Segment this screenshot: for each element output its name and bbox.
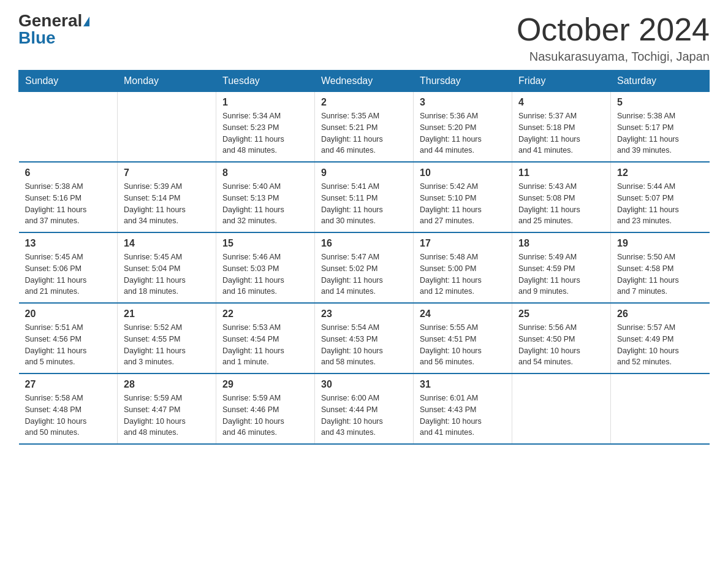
day-number: 11 <box>518 167 604 178</box>
day-number: 31 <box>420 379 506 390</box>
calendar-cell: 17Sunrise: 5:48 AM Sunset: 5:00 PM Dayli… <box>414 232 512 303</box>
calendar-cell: 25Sunrise: 5:56 AM Sunset: 4:50 PM Dayli… <box>512 303 611 373</box>
calendar-cell: 4Sunrise: 5:37 AM Sunset: 5:18 PM Daylig… <box>512 92 611 163</box>
day-info: Sunrise: 5:52 AM Sunset: 4:55 PM Dayligh… <box>124 322 210 368</box>
day-number: 28 <box>124 379 210 390</box>
day-info: Sunrise: 5:36 AM Sunset: 5:20 PM Dayligh… <box>420 110 506 156</box>
calendar-cell: 23Sunrise: 5:54 AM Sunset: 4:53 PM Dayli… <box>315 303 414 373</box>
logo-general-text: General <box>18 11 82 30</box>
day-info: Sunrise: 5:49 AM Sunset: 4:59 PM Dayligh… <box>518 251 604 297</box>
day-info: Sunrise: 5:57 AM Sunset: 4:49 PM Dayligh… <box>617 322 703 368</box>
col-thursday: Thursday <box>414 71 512 92</box>
day-number: 16 <box>321 238 407 249</box>
day-info: Sunrise: 5:51 AM Sunset: 4:56 PM Dayligh… <box>25 322 112 368</box>
calendar-table: Sunday Monday Tuesday Wednesday Thursday… <box>18 70 710 445</box>
calendar-cell: 10Sunrise: 5:42 AM Sunset: 5:10 PM Dayli… <box>414 162 512 232</box>
day-number: 9 <box>321 167 407 178</box>
calendar-cell: 19Sunrise: 5:50 AM Sunset: 4:58 PM Dayli… <box>611 232 710 303</box>
day-info: Sunrise: 5:43 AM Sunset: 5:08 PM Dayligh… <box>518 181 604 227</box>
day-number: 27 <box>25 379 112 390</box>
calendar-cell: 18Sunrise: 5:49 AM Sunset: 4:59 PM Dayli… <box>512 232 611 303</box>
day-info: Sunrise: 5:50 AM Sunset: 4:58 PM Dayligh… <box>617 251 703 297</box>
calendar-cell: 7Sunrise: 5:39 AM Sunset: 5:14 PM Daylig… <box>118 162 216 232</box>
calendar-cell: 24Sunrise: 5:55 AM Sunset: 4:51 PM Dayli… <box>414 303 512 373</box>
calendar-cell: 6Sunrise: 5:38 AM Sunset: 5:16 PM Daylig… <box>19 162 118 232</box>
day-info: Sunrise: 5:54 AM Sunset: 4:53 PM Dayligh… <box>321 322 407 368</box>
day-info: Sunrise: 6:00 AM Sunset: 4:44 PM Dayligh… <box>321 393 407 439</box>
calendar-cell: 16Sunrise: 5:47 AM Sunset: 5:02 PM Dayli… <box>315 232 414 303</box>
day-number: 2 <box>321 97 407 108</box>
day-number: 17 <box>420 238 506 249</box>
logo-blue-text: Blue <box>18 29 56 47</box>
calendar-cell <box>118 92 216 163</box>
day-number: 21 <box>124 308 210 320</box>
day-info: Sunrise: 5:38 AM Sunset: 5:17 PM Dayligh… <box>617 110 703 156</box>
logo-general-line: General <box>18 12 89 29</box>
calendar-cell: 12Sunrise: 5:44 AM Sunset: 5:07 PM Dayli… <box>611 162 710 232</box>
calendar-cell: 14Sunrise: 5:45 AM Sunset: 5:04 PM Dayli… <box>118 232 216 303</box>
day-number: 30 <box>321 379 407 390</box>
day-info: Sunrise: 5:59 AM Sunset: 4:47 PM Dayligh… <box>124 393 210 439</box>
calendar-cell: 8Sunrise: 5:40 AM Sunset: 5:13 PM Daylig… <box>216 162 315 232</box>
day-number: 1 <box>222 97 308 108</box>
day-number: 22 <box>222 308 308 320</box>
calendar-week-1: 6Sunrise: 5:38 AM Sunset: 5:16 PM Daylig… <box>19 162 710 232</box>
day-number: 6 <box>25 167 112 178</box>
day-number: 8 <box>222 167 308 178</box>
day-number: 13 <box>25 238 112 249</box>
title-block: October 2024 Nasukarasuyama, Tochigi, Ja… <box>517 12 710 64</box>
calendar-cell: 21Sunrise: 5:52 AM Sunset: 4:55 PM Dayli… <box>118 303 216 373</box>
day-number: 14 <box>124 238 210 249</box>
calendar-cell: 27Sunrise: 5:58 AM Sunset: 4:48 PM Dayli… <box>19 373 118 444</box>
day-info: Sunrise: 5:44 AM Sunset: 5:07 PM Dayligh… <box>617 181 703 227</box>
day-number: 15 <box>222 238 308 249</box>
day-number: 29 <box>222 379 308 390</box>
calendar-cell: 22Sunrise: 5:53 AM Sunset: 4:54 PM Dayli… <box>216 303 315 373</box>
day-info: Sunrise: 5:42 AM Sunset: 5:10 PM Dayligh… <box>420 181 506 227</box>
day-info: Sunrise: 5:53 AM Sunset: 4:54 PM Dayligh… <box>222 322 308 368</box>
day-info: Sunrise: 5:35 AM Sunset: 5:21 PM Dayligh… <box>321 110 407 156</box>
calendar-body: 1Sunrise: 5:34 AM Sunset: 5:23 PM Daylig… <box>19 92 710 445</box>
calendar-cell: 15Sunrise: 5:46 AM Sunset: 5:03 PM Dayli… <box>216 232 315 303</box>
day-number: 3 <box>420 97 506 108</box>
day-info: Sunrise: 5:37 AM Sunset: 5:18 PM Dayligh… <box>518 110 604 156</box>
calendar-cell: 20Sunrise: 5:51 AM Sunset: 4:56 PM Dayli… <box>19 303 118 373</box>
day-number: 18 <box>518 238 604 249</box>
calendar-cell: 2Sunrise: 5:35 AM Sunset: 5:21 PM Daylig… <box>315 92 414 163</box>
calendar-cell: 1Sunrise: 5:34 AM Sunset: 5:23 PM Daylig… <box>216 92 315 163</box>
day-number: 19 <box>617 238 703 249</box>
calendar-header: Sunday Monday Tuesday Wednesday Thursday… <box>19 71 710 92</box>
day-info: Sunrise: 5:48 AM Sunset: 5:00 PM Dayligh… <box>420 251 506 297</box>
calendar-cell <box>512 373 611 444</box>
day-number: 23 <box>321 308 407 320</box>
col-wednesday: Wednesday <box>315 71 414 92</box>
day-info: Sunrise: 5:45 AM Sunset: 5:06 PM Dayligh… <box>25 251 112 297</box>
calendar-cell: 29Sunrise: 5:59 AM Sunset: 4:46 PM Dayli… <box>216 373 315 444</box>
col-tuesday: Tuesday <box>216 71 315 92</box>
day-number: 4 <box>518 97 604 108</box>
calendar-cell <box>611 373 710 444</box>
day-info: Sunrise: 5:41 AM Sunset: 5:11 PM Dayligh… <box>321 181 407 227</box>
calendar-week-0: 1Sunrise: 5:34 AM Sunset: 5:23 PM Daylig… <box>19 92 710 163</box>
day-info: Sunrise: 6:01 AM Sunset: 4:43 PM Dayligh… <box>420 393 506 439</box>
day-info: Sunrise: 5:34 AM Sunset: 5:23 PM Dayligh… <box>222 110 308 156</box>
day-info: Sunrise: 5:45 AM Sunset: 5:04 PM Dayligh… <box>124 251 210 297</box>
calendar-cell: 5Sunrise: 5:38 AM Sunset: 5:17 PM Daylig… <box>611 92 710 163</box>
day-number: 12 <box>617 167 703 178</box>
day-info: Sunrise: 5:59 AM Sunset: 4:46 PM Dayligh… <box>222 393 308 439</box>
calendar-cell: 26Sunrise: 5:57 AM Sunset: 4:49 PM Dayli… <box>611 303 710 373</box>
day-number: 25 <box>518 308 604 320</box>
calendar-cell: 9Sunrise: 5:41 AM Sunset: 5:11 PM Daylig… <box>315 162 414 232</box>
logo: General Blue <box>18 12 89 47</box>
logo-triangle-icon <box>83 17 89 26</box>
calendar-cell <box>19 92 118 163</box>
day-info: Sunrise: 5:46 AM Sunset: 5:03 PM Dayligh… <box>222 251 308 297</box>
day-number: 20 <box>25 308 112 320</box>
day-number: 7 <box>124 167 210 178</box>
day-info: Sunrise: 5:38 AM Sunset: 5:16 PM Dayligh… <box>25 181 112 227</box>
calendar-cell: 30Sunrise: 6:00 AM Sunset: 4:44 PM Dayli… <box>315 373 414 444</box>
day-info: Sunrise: 5:39 AM Sunset: 5:14 PM Dayligh… <box>124 181 210 227</box>
day-number: 26 <box>617 308 703 320</box>
calendar-cell: 11Sunrise: 5:43 AM Sunset: 5:08 PM Dayli… <box>512 162 611 232</box>
col-sunday: Sunday <box>19 71 118 92</box>
